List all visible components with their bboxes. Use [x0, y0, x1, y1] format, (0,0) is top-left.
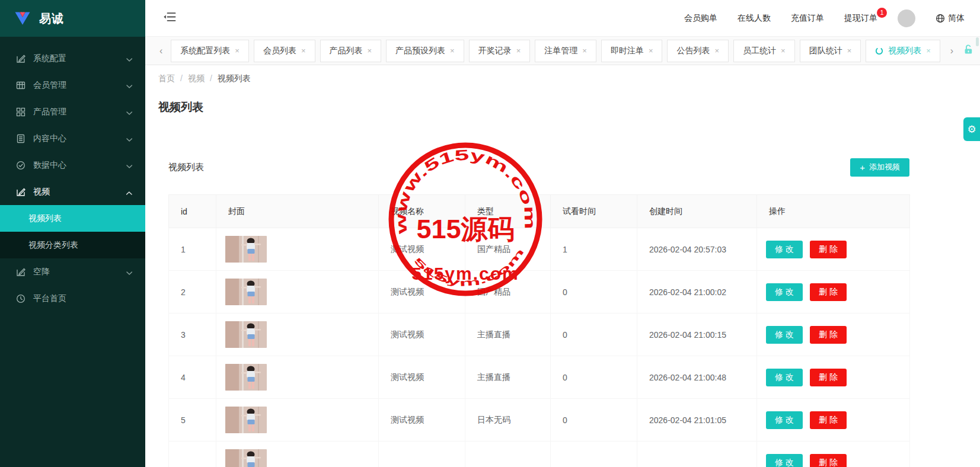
cell-cover: [216, 314, 379, 356]
close-icon[interactable]: ×: [301, 46, 306, 55]
cell-created: 2026-02-04 21:00:48: [637, 356, 757, 399]
sidebar-item-product-mgmt[interactable]: 产品管理: [0, 98, 145, 125]
cell-name: 测试视频: [379, 314, 465, 356]
edit-button[interactable]: 修 改: [766, 411, 803, 429]
sidebar-item-platform-home[interactable]: 平台首页: [0, 285, 145, 312]
delete-button[interactable]: 删 除: [810, 411, 847, 429]
breadcrumb-current: 视频列表: [218, 73, 251, 84]
cell-id: 2: [169, 271, 216, 314]
col-actions: 操作: [757, 195, 910, 228]
close-icon[interactable]: ×: [368, 46, 372, 55]
sidebar-item-content-center[interactable]: 内容中心: [0, 125, 145, 152]
close-icon[interactable]: ×: [926, 46, 931, 55]
close-icon[interactable]: ×: [235, 46, 240, 55]
delete-button[interactable]: 删 除: [810, 241, 847, 258]
delete-button[interactable]: 删 除: [810, 369, 847, 386]
delete-button[interactable]: 删 除: [810, 454, 847, 467]
top-header: 会员购单 在线人数 充值订单 提现订单 1 简体: [145, 0, 980, 37]
tab-announcement-list[interactable]: 公告列表×: [667, 40, 729, 62]
video-thumbnail[interactable]: [225, 321, 267, 348]
tab-product-list[interactable]: 产品列表×: [320, 40, 382, 62]
video-thumbnail[interactable]: [225, 236, 267, 263]
topbar-link-online-count[interactable]: 在线人数: [738, 13, 771, 24]
sidebar-item-data-center[interactable]: 数据中心: [0, 152, 145, 178]
cell-preview: 1: [551, 228, 637, 271]
menu-fold-icon[interactable]: [163, 12, 176, 24]
close-icon[interactable]: ×: [516, 46, 521, 55]
unlock-icon[interactable]: [963, 44, 974, 57]
chevron-up-icon: [126, 187, 132, 197]
edit-square-icon: [16, 267, 26, 277]
refresh-icon[interactable]: [875, 47, 883, 55]
delete-button[interactable]: 删 除: [810, 283, 847, 301]
table-header-row: id 封面 视频名称 类型 试看时间 创建时间 操作: [169, 195, 910, 228]
col-created-time: 创建时间: [637, 195, 757, 228]
tab-bar: ‹ 系统配置列表× 会员列表× 产品列表× 产品预设列表× 开奖记录× 注单管理…: [145, 37, 980, 65]
topbar-link-member-orders[interactable]: 会员购单: [684, 13, 717, 24]
settings-panel-button[interactable]: ⚙: [963, 117, 980, 141]
close-icon[interactable]: ×: [847, 46, 852, 55]
cell-created: 2026-02-04 21:00:02: [637, 271, 757, 314]
tab-system-config-list[interactable]: 系统配置列表×: [171, 40, 249, 62]
cell-type: 日本无码: [465, 399, 551, 442]
cell-id: 1: [169, 228, 216, 271]
page-content: 首页 / 视频 / 视频列表 视频列表 视频列表 + 添加视频: [145, 65, 980, 467]
tab-bet-management[interactable]: 注单管理×: [535, 40, 596, 62]
breadcrumb-video[interactable]: 视频: [188, 73, 205, 84]
cell-cover: [216, 399, 379, 442]
cell-name: 测试视频: [379, 399, 465, 442]
delete-button[interactable]: 删 除: [810, 326, 847, 344]
close-icon[interactable]: ×: [781, 46, 786, 55]
video-thumbnail[interactable]: [225, 279, 267, 305]
sidebar-item-video-list[interactable]: 视频列表: [0, 205, 145, 232]
cell-id: [169, 442, 216, 467]
edit-button[interactable]: 修 改: [766, 454, 803, 467]
edit-button[interactable]: 修 改: [766, 326, 803, 344]
video-thumbnail[interactable]: [225, 407, 267, 433]
tabs-scroll-left-button[interactable]: ‹: [156, 46, 166, 56]
sidebar-menu: 系统配置 会员管理 产品管理 内容中心 数据中心: [0, 37, 145, 467]
close-icon[interactable]: ×: [450, 46, 455, 55]
video-list-panel: 视频列表 + 添加视频 id 封面 视频名: [168, 158, 909, 467]
breadcrumb-home[interactable]: 首页: [158, 73, 175, 84]
brand-title: 易诚: [39, 11, 64, 27]
close-icon[interactable]: ×: [714, 46, 719, 55]
close-icon[interactable]: ×: [649, 46, 653, 55]
chevron-down-icon: [126, 107, 132, 117]
language-switcher[interactable]: 简体: [936, 13, 965, 24]
sidebar-item-member-mgmt[interactable]: 会员管理: [0, 72, 145, 98]
tab-staff-stats[interactable]: 员工统计×: [733, 40, 795, 62]
col-cover: 封面: [216, 195, 379, 228]
tab-team-stats[interactable]: 团队统计×: [800, 40, 861, 62]
tab-realtime-bets[interactable]: 即时注单×: [601, 40, 663, 62]
cell-name: 测试视频: [379, 356, 465, 399]
scrollbar-thumb[interactable]: [976, 37, 979, 46]
edit-button[interactable]: 修 改: [766, 369, 803, 386]
chevron-down-icon: [126, 81, 132, 90]
edit-button[interactable]: 修 改: [766, 283, 803, 301]
tab-product-preset-list[interactable]: 产品预设列表×: [386, 40, 464, 62]
video-thumbnail[interactable]: [225, 364, 267, 391]
app-window: 易诚 系统配置 会员管理 产品管理 内容中心: [0, 0, 980, 467]
sidebar-item-video-category-list[interactable]: 视频分类列表: [0, 232, 145, 258]
add-video-button[interactable]: + 添加视频: [850, 158, 909, 177]
tab-lottery-records[interactable]: 开奖记录×: [469, 40, 531, 62]
sidebar-item-airdrop[interactable]: 空降: [0, 258, 145, 285]
tab-member-list[interactable]: 会员列表×: [254, 40, 315, 62]
video-thumbnail[interactable]: [225, 449, 267, 467]
topbar-link-withdraw-orders[interactable]: 提现订单 1: [844, 13, 877, 24]
close-icon[interactable]: ×: [582, 46, 587, 55]
video-submenu: 视频列表 视频分类列表: [0, 205, 145, 258]
sidebar-item-video[interactable]: 视频: [0, 178, 145, 205]
avatar[interactable]: [898, 9, 915, 27]
tab-video-list[interactable]: 视频列表 ×: [866, 40, 940, 62]
clock-icon: [16, 293, 26, 303]
sidebar-item-system-config[interactable]: 系统配置: [0, 45, 145, 72]
cell-name: [379, 442, 465, 467]
edit-button[interactable]: 修 改: [766, 241, 803, 258]
table-icon: [16, 80, 26, 90]
cell-type: 国产精品: [465, 228, 551, 271]
topbar-link-recharge-orders[interactable]: 充值订单: [791, 13, 824, 24]
cell-cover: [216, 228, 379, 271]
tabs-scroll-right-button[interactable]: ›: [947, 46, 957, 56]
